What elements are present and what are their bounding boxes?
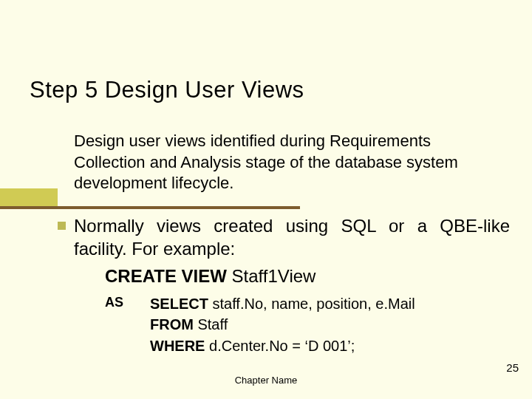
sql-where: WHERE d.Center.No = ‘D 001’; [150,335,415,356]
accent-bar [0,188,58,209]
create-view-line: CREATE VIEW Staff1View [105,266,316,287]
view-name: Staff1View [227,266,316,286]
create-keyword: CREATE VIEW [105,266,227,286]
footer-text: Chapter Name [0,375,532,386]
accent-underline [58,206,300,209]
slide-title: Step 5 Design User Views [30,77,304,103]
sql-select: SELECT staff.No, name, position, e.Mail [150,293,415,314]
from-keyword: FROM [150,316,194,332]
page-number: 25 [506,361,519,374]
body-text: Normally views created using SQL or a QB… [74,215,510,260]
sql-from: FROM Staff [150,314,415,335]
as-keyword: AS [105,295,123,310]
bullet-icon [58,222,66,230]
where-keyword: WHERE [150,338,205,354]
select-keyword: SELECT [150,296,208,312]
where-condition: d.Center.No = ‘D 001’; [205,338,355,354]
intro-text: Design user views identified during Requ… [74,131,502,194]
from-table: Staff [194,316,228,332]
sql-block: SELECT staff.No, name, position, e.Mail … [150,293,415,356]
select-columns: staff.No, name, position, e.Mail [208,296,415,312]
